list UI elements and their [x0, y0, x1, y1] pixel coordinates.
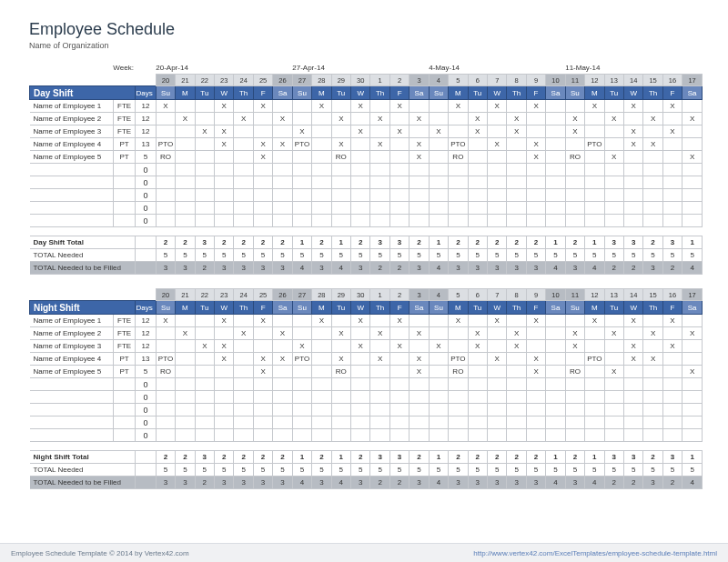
schedule-cell[interactable]: X	[215, 125, 234, 138]
schedule-cell[interactable]	[546, 125, 565, 138]
schedule-cell[interactable]	[176, 100, 195, 113]
schedule-cell[interactable]	[565, 353, 584, 366]
schedule-cell[interactable]	[292, 315, 311, 327]
schedule-cell[interactable]: X	[623, 125, 642, 138]
schedule-cell[interactable]: X	[331, 353, 350, 366]
schedule-cell[interactable]	[449, 327, 468, 340]
schedule-cell[interactable]: RO	[449, 151, 468, 164]
schedule-cell[interactable]: X	[410, 366, 429, 378]
schedule-cell[interactable]	[643, 366, 662, 378]
schedule-cell[interactable]: X	[273, 327, 292, 340]
schedule-cell[interactable]: X	[410, 138, 429, 151]
schedule-cell[interactable]: X	[370, 113, 389, 125]
schedule-cell[interactable]	[429, 113, 448, 125]
schedule-cell[interactable]	[488, 366, 507, 378]
schedule-cell[interactable]: X	[643, 353, 662, 366]
schedule-cell[interactable]	[507, 100, 526, 113]
schedule-cell[interactable]: X	[273, 138, 292, 151]
schedule-cell[interactable]	[273, 340, 292, 353]
schedule-cell[interactable]	[488, 340, 507, 353]
schedule-cell[interactable]: X	[215, 340, 234, 353]
schedule-cell[interactable]	[488, 151, 507, 164]
schedule-cell[interactable]	[604, 340, 623, 353]
schedule-cell[interactable]	[176, 340, 195, 353]
schedule-cell[interactable]: X	[585, 100, 604, 113]
schedule-cell[interactable]	[156, 340, 175, 353]
schedule-cell[interactable]	[565, 315, 584, 327]
schedule-cell[interactable]	[253, 340, 272, 353]
schedule-cell[interactable]	[507, 151, 526, 164]
schedule-cell[interactable]	[370, 100, 389, 113]
schedule-cell[interactable]	[604, 125, 623, 138]
schedule-cell[interactable]	[526, 125, 545, 138]
schedule-cell[interactable]: X	[604, 151, 623, 164]
schedule-cell[interactable]	[234, 340, 253, 353]
schedule-cell[interactable]: X	[176, 327, 195, 340]
schedule-cell[interactable]: X	[565, 340, 584, 353]
schedule-cell[interactable]	[195, 353, 214, 366]
schedule-cell[interactable]	[662, 138, 682, 151]
schedule-cell[interactable]: X	[215, 100, 234, 113]
schedule-cell[interactable]	[429, 151, 448, 164]
schedule-cell[interactable]	[643, 151, 662, 164]
schedule-cell[interactable]	[253, 327, 272, 340]
schedule-cell[interactable]	[410, 100, 429, 113]
schedule-cell[interactable]	[312, 353, 331, 366]
schedule-cell[interactable]: RO	[565, 151, 584, 164]
schedule-cell[interactable]	[585, 113, 604, 125]
schedule-cell[interactable]: X	[410, 113, 429, 125]
schedule-cell[interactable]	[526, 340, 545, 353]
schedule-cell[interactable]: X	[623, 100, 642, 113]
schedule-cell[interactable]	[292, 327, 311, 340]
schedule-cell[interactable]	[389, 113, 409, 125]
schedule-cell[interactable]: X	[195, 125, 214, 138]
schedule-cell[interactable]	[351, 113, 370, 125]
schedule-cell[interactable]	[331, 125, 350, 138]
schedule-cell[interactable]	[585, 366, 604, 378]
schedule-cell[interactable]: X	[468, 327, 487, 340]
schedule-cell[interactable]: X	[623, 315, 642, 327]
schedule-cell[interactable]: X	[643, 327, 662, 340]
schedule-cell[interactable]: X	[253, 151, 272, 164]
schedule-cell[interactable]: X	[253, 366, 272, 378]
schedule-cell[interactable]: X	[234, 113, 253, 125]
schedule-cell[interactable]: X	[488, 353, 507, 366]
schedule-cell[interactable]: X	[662, 315, 682, 327]
schedule-cell[interactable]: X	[585, 315, 604, 327]
schedule-cell[interactable]	[234, 366, 253, 378]
schedule-cell[interactable]	[507, 366, 526, 378]
schedule-cell[interactable]	[546, 113, 565, 125]
schedule-cell[interactable]: X	[253, 315, 272, 327]
schedule-cell[interactable]	[195, 315, 214, 327]
footer-link[interactable]: http://www.vertex42.com/ExcelTemplates/e…	[473, 549, 717, 557]
schedule-cell[interactable]: X	[215, 315, 234, 327]
schedule-cell[interactable]	[507, 138, 526, 151]
schedule-cell[interactable]	[312, 125, 331, 138]
schedule-cell[interactable]	[526, 327, 545, 340]
schedule-cell[interactable]: X	[273, 353, 292, 366]
schedule-cell[interactable]	[331, 340, 350, 353]
schedule-cell[interactable]: X	[292, 125, 311, 138]
schedule-cell[interactable]: PTO	[156, 353, 175, 366]
schedule-cell[interactable]: X	[468, 125, 487, 138]
schedule-cell[interactable]: X	[410, 353, 429, 366]
schedule-cell[interactable]	[176, 138, 195, 151]
schedule-cell[interactable]	[176, 125, 195, 138]
schedule-cell[interactable]	[662, 327, 682, 340]
schedule-cell[interactable]	[195, 151, 214, 164]
schedule-cell[interactable]: X	[526, 353, 545, 366]
schedule-cell[interactable]	[331, 315, 350, 327]
schedule-cell[interactable]	[429, 353, 448, 366]
schedule-cell[interactable]: RO	[156, 151, 175, 164]
schedule-cell[interactable]	[234, 100, 253, 113]
schedule-cell[interactable]	[468, 100, 487, 113]
schedule-cell[interactable]: X	[410, 151, 429, 164]
schedule-cell[interactable]	[682, 353, 703, 366]
schedule-cell[interactable]: PTO	[156, 138, 175, 151]
schedule-cell[interactable]: X	[682, 366, 703, 378]
schedule-cell[interactable]	[429, 100, 448, 113]
schedule-cell[interactable]: X	[449, 315, 468, 327]
schedule-cell[interactable]	[312, 138, 331, 151]
schedule-cell[interactable]	[410, 340, 429, 353]
schedule-cell[interactable]: X	[292, 340, 311, 353]
